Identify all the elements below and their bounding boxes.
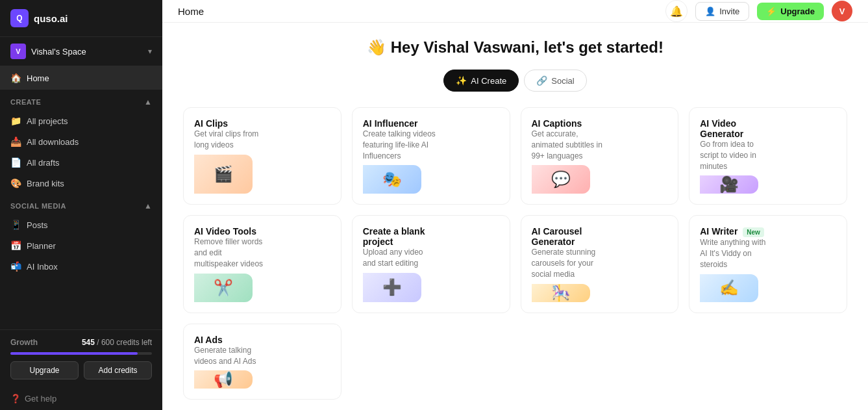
card-ai-clips-thumb: 🎬 xyxy=(194,155,253,194)
upgrade-small-button[interactable]: Upgrade xyxy=(10,361,79,379)
create-section-header: CREATE ▲ xyxy=(0,90,162,110)
cards-grid: AI Clips Get viral clips from long video… xyxy=(183,107,847,400)
card-ai-captions-desc: Get accurate, animated subtitles in 99+ … xyxy=(532,129,606,161)
all-projects-label: All projects xyxy=(27,116,68,126)
card-ai-video-gen-inner: AI Video Generator Go from idea to scrip… xyxy=(700,118,774,172)
card-ai-video-tools-title: AI Video Tools xyxy=(194,226,268,237)
get-help-label: Get help xyxy=(25,394,56,404)
card-ai-carousel-thumb: 🎠 xyxy=(532,284,590,302)
sidebar-item-brand-kits[interactable]: 🎨 Brand kits xyxy=(0,173,162,194)
all-downloads-label: All downloads xyxy=(27,137,79,147)
brand-icon: 🎨 xyxy=(10,178,21,188)
card-ai-clips[interactable]: AI Clips Get viral clips from long video… xyxy=(183,107,341,205)
planner-icon: 📅 xyxy=(10,240,21,251)
card-ai-writer-thumb: ✍️ xyxy=(700,274,758,302)
invite-icon: 👤 xyxy=(705,6,715,16)
sidebar-item-posts[interactable]: 📱 Posts xyxy=(0,214,162,235)
card-ai-influencer-title: AI Influencer xyxy=(363,118,437,129)
social-section-toggle-icon[interactable]: ▲ xyxy=(144,201,152,211)
user-avatar[interactable]: V xyxy=(832,1,852,21)
inbox-icon: 📬 xyxy=(10,261,21,272)
social-icon: 🔗 xyxy=(536,75,547,86)
planner-label: Planner xyxy=(27,241,56,251)
card-ai-writer-desc: Write anything with AI It's Viddy on ste… xyxy=(700,237,774,270)
card-ai-captions-inner: AI Captions Get accurate, animated subti… xyxy=(532,118,606,161)
card-ai-video-gen[interactable]: AI Video Generator Go from idea to scrip… xyxy=(689,107,847,205)
card-ai-ads-inner: AI Ads Generate talking videos and AI Ad… xyxy=(194,335,268,367)
tab-social-label: Social xyxy=(551,76,574,86)
posts-label: Posts xyxy=(27,220,48,230)
card-ai-video-tools-inner: AI Video Tools Remove filler words and e… xyxy=(194,226,268,269)
invite-label: Invite xyxy=(719,6,739,16)
upgrade-button[interactable]: ⚡ Upgrade xyxy=(757,3,824,20)
page-content: 👋 Hey Vishal Vaswani, let's get started!… xyxy=(162,23,868,410)
card-ai-video-tools-desc: Remove filler words and edit multispeake… xyxy=(194,237,268,269)
card-ai-influencer[interactable]: AI Influencer Create talking videos feat… xyxy=(352,107,510,205)
card-ai-carousel[interactable]: AI Carousel Generator Generate stunning … xyxy=(521,215,679,313)
sidebar-item-all-downloads[interactable]: 📥 All downloads xyxy=(0,131,162,152)
workspace-name: Vishal's Space xyxy=(31,47,86,57)
card-ai-video-tools[interactable]: AI Video Tools Remove filler words and e… xyxy=(183,215,341,313)
growth-row: Growth 545 / 600 credits left xyxy=(10,338,152,347)
card-ai-clips-title: AI Clips xyxy=(194,118,268,129)
sidebar-item-ai-inbox[interactable]: 📬 AI Inbox xyxy=(0,256,162,277)
growth-credits: 545 / 600 credits left xyxy=(82,338,152,347)
home-icon: 🏠 xyxy=(10,73,21,83)
lightning-icon: ⚡ xyxy=(766,6,776,16)
card-ai-captions-title: AI Captions xyxy=(532,118,606,129)
card-ai-captions-thumb: 💬 xyxy=(532,165,590,194)
create-section-label: CREATE xyxy=(10,98,41,106)
topbar-right: 🔔 👤 Invite ⚡ Upgrade V xyxy=(665,0,852,22)
logo-icon: Q xyxy=(10,9,29,27)
card-ai-video-gen-title: AI Video Generator xyxy=(700,118,774,139)
sidebar-footer: Growth 545 / 600 credits left Upgrade Ad… xyxy=(0,329,162,387)
workspace-selector[interactable]: V Vishal's Space ▾ xyxy=(0,37,162,66)
card-ai-ads-desc: Generate talking videos and AI Ads xyxy=(194,345,268,367)
home-label: Home xyxy=(27,73,49,83)
card-blank-project[interactable]: Create a blank project Upload any video … xyxy=(352,215,510,313)
workspace-info: V Vishal's Space xyxy=(10,44,86,59)
sidebar-item-all-projects[interactable]: 📁 All projects xyxy=(0,110,162,131)
card-ai-clips-inner: AI Clips Get viral clips from long video… xyxy=(194,118,268,151)
sidebar-item-home[interactable]: 🏠 Home xyxy=(0,66,162,90)
add-credits-button[interactable]: Add credits xyxy=(84,361,152,379)
brand-kits-label: Brand kits xyxy=(27,179,64,188)
sidebar-logo: Q quso.ai xyxy=(0,0,162,37)
chevron-down-icon: ▾ xyxy=(148,47,152,56)
sidebar-item-planner[interactable]: 📅 Planner xyxy=(0,235,162,256)
social-section-header: SOCIAL MEDIA ▲ xyxy=(0,194,162,214)
tab-ai-create[interactable]: ✨ AI Create xyxy=(443,70,519,92)
growth-label: Growth xyxy=(10,338,38,347)
tab-row: ✨ AI Create 🔗 Social xyxy=(183,70,847,92)
card-ai-captions[interactable]: AI Captions Get accurate, animated subti… xyxy=(521,107,679,205)
greeting-text: 👋 Hey Vishal Vaswani, let's get started! xyxy=(183,38,847,57)
invite-button[interactable]: 👤 Invite xyxy=(695,2,749,21)
breadcrumb: Home xyxy=(178,6,204,17)
create-section-toggle-icon[interactable]: ▲ xyxy=(144,97,152,107)
card-ai-writer-title: AI Writer New xyxy=(700,226,774,237)
ai-inbox-label: AI Inbox xyxy=(27,262,58,272)
card-ai-clips-desc: Get viral clips from long videos xyxy=(194,129,268,151)
card-ai-carousel-inner: AI Carousel Generator Generate stunning … xyxy=(532,226,606,279)
card-ai-video-gen-desc: Go from idea to script to video in minut… xyxy=(700,139,774,172)
card-ai-influencer-inner: AI Influencer Create talking videos feat… xyxy=(363,118,437,161)
card-ai-influencer-desc: Create talking videos featuring life-lik… xyxy=(363,129,437,161)
workspace-avatar: V xyxy=(10,44,26,59)
help-icon: ❓ xyxy=(10,394,21,404)
credits-suffix: / 600 credits left xyxy=(97,338,152,347)
tab-social[interactable]: 🔗 Social xyxy=(524,70,586,92)
card-ai-ads[interactable]: AI Ads Generate talking videos and AI Ad… xyxy=(183,324,341,400)
card-ai-carousel-title: AI Carousel Generator xyxy=(532,226,606,247)
card-ai-writer[interactable]: AI Writer New Write anything with AI It'… xyxy=(689,215,847,313)
new-badge: New xyxy=(743,227,764,237)
credits-progress-fill xyxy=(10,352,138,355)
sidebar-item-all-drafts[interactable]: 📄 All drafts xyxy=(0,152,162,173)
get-help-button[interactable]: ❓ Get help xyxy=(0,387,162,410)
card-ai-writer-inner: AI Writer New Write anything with AI It'… xyxy=(700,226,774,270)
drafts-icon: 📄 xyxy=(10,157,21,168)
posts-icon: 📱 xyxy=(10,220,21,230)
notifications-button[interactable]: 🔔 xyxy=(665,0,688,22)
download-icon: 📥 xyxy=(10,136,21,147)
logo-text: quso.ai xyxy=(34,13,68,24)
sparkle-icon: ✨ xyxy=(456,75,467,86)
